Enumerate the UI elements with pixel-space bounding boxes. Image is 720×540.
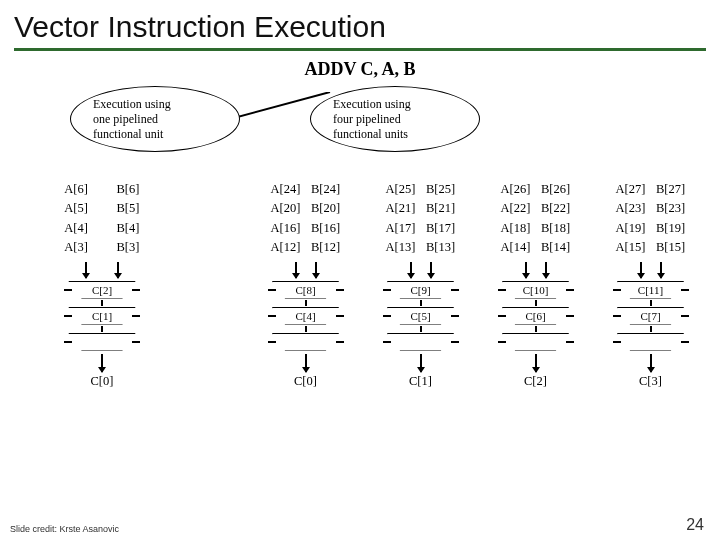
operand-row: A[17]B[17]: [384, 219, 458, 238]
operand-a: A[17]: [384, 219, 418, 238]
quad-lanes: A[24]B[24]A[20]B[20]A[16]B[16]A[12]B[12]…: [248, 180, 708, 389]
pipe-stage: [68, 333, 136, 351]
pipe-stage: C[10]: [502, 281, 570, 299]
operand-row: A[22]B[22]: [499, 199, 573, 218]
operand-b: B[15]: [654, 238, 688, 257]
operand-b: B[19]: [654, 219, 688, 238]
quad-lane: A[24]B[24]A[20]B[20]A[16]B[16]A[12]B[12]…: [256, 180, 356, 389]
operand-b: B[16]: [309, 219, 343, 238]
operand-row: A[4]B[4]: [57, 219, 147, 238]
operand-a: A[3]: [57, 238, 95, 257]
arrow-down-icon: [295, 262, 297, 278]
operand-b: B[22]: [539, 199, 573, 218]
pipe-stage: [617, 333, 685, 351]
operand-a: A[13]: [384, 238, 418, 257]
operand-a: A[18]: [499, 219, 533, 238]
instruction-label: ADDV C, A, B: [0, 59, 720, 80]
operand-b: B[21]: [424, 199, 458, 218]
operand-row: A[18]B[18]: [499, 219, 573, 238]
operand-row: A[24]B[24]: [269, 180, 343, 199]
bubbles-row: Execution using one pipelined functional…: [0, 86, 720, 166]
operand-b: B[26]: [539, 180, 573, 199]
operand-row: A[19]B[19]: [614, 219, 688, 238]
arrow-down-icon: [650, 354, 652, 372]
arrow-down-icon: [545, 262, 547, 278]
pipe-stage: C[1]: [68, 307, 136, 325]
operand-a: A[24]: [269, 180, 303, 199]
arrow-down-icon: [535, 354, 537, 372]
operand-a: A[16]: [269, 219, 303, 238]
output-label: C[3]: [639, 374, 662, 389]
operand-row: A[25]B[25]: [384, 180, 458, 199]
arrows-down: [410, 262, 432, 278]
operand-a: A[21]: [384, 199, 418, 218]
output-label: C[1]: [409, 374, 432, 389]
operand-row: A[15]B[15]: [614, 238, 688, 257]
operand-b: B[25]: [424, 180, 458, 199]
quad-lane: A[27]B[27]A[23]B[23]A[19]B[19]A[15]B[15]…: [601, 180, 701, 389]
operand-row: A[3]B[3]: [57, 238, 147, 257]
arrow-down-icon: [660, 262, 662, 278]
operand-row: A[16]B[16]: [269, 219, 343, 238]
arrow-down-icon: [305, 354, 307, 372]
operand-row: A[26]B[26]: [499, 180, 573, 199]
operand-b: B[3]: [109, 238, 147, 257]
arrow-down-icon: [315, 262, 317, 278]
output-label: C[0]: [91, 374, 114, 389]
operand-b: B[12]: [309, 238, 343, 257]
operand-b: B[13]: [424, 238, 458, 257]
pipe-stage: C[9]: [387, 281, 455, 299]
slide-title: Vector Instruction Execution: [0, 0, 720, 48]
operand-b: B[4]: [109, 219, 147, 238]
functional-unit: C[8]C[4]: [271, 280, 341, 352]
operand-row: A[21]B[21]: [384, 199, 458, 218]
pipe-stage: C[2]: [68, 281, 136, 299]
operand-b: B[6]: [109, 180, 147, 199]
operand-row: A[14]B[14]: [499, 238, 573, 257]
operand-a: A[27]: [614, 180, 648, 199]
output-label: C[2]: [524, 374, 547, 389]
operand-b: B[5]: [109, 199, 147, 218]
bubble-quad-units: Execution using four pipelined functiona…: [310, 86, 480, 152]
arrows-down: [640, 262, 662, 278]
arrows-down: [85, 262, 119, 278]
functional-unit: C[11]C[7]: [616, 280, 686, 352]
pipe-stage: C[6]: [502, 307, 570, 325]
operand-a: A[25]: [384, 180, 418, 199]
quad-lane: A[25]B[25]A[21]B[21]A[17]B[17]A[13]B[13]…: [371, 180, 471, 389]
title-underline: [14, 48, 706, 51]
operand-a: A[14]: [499, 238, 533, 257]
operand-a: A[15]: [614, 238, 648, 257]
arrow-down-icon: [85, 262, 87, 278]
arrow-down-icon: [117, 262, 119, 278]
operand-a: A[6]: [57, 180, 95, 199]
diagram-columns: A[6]B[6] A[5]B[5] A[4]B[4] A[3]B[3] C[2]…: [0, 180, 720, 389]
pipe-stage: [387, 333, 455, 351]
operand-a: A[5]: [57, 199, 95, 218]
pipe-stage: C[11]: [617, 281, 685, 299]
functional-unit: C[2] C[1]: [67, 280, 137, 352]
slide-credit: Slide credit: Krste Asanovic: [10, 524, 119, 534]
operand-b: B[20]: [309, 199, 343, 218]
operand-b: B[18]: [539, 219, 573, 238]
operand-b: B[17]: [424, 219, 458, 238]
functional-unit: C[9]C[5]: [386, 280, 456, 352]
pipe-stage: C[4]: [272, 307, 340, 325]
page-number: 24: [686, 516, 704, 534]
operand-b: B[14]: [539, 238, 573, 257]
operand-row: A[5]B[5]: [57, 199, 147, 218]
single-lane: A[6]B[6] A[5]B[5] A[4]B[4] A[3]B[3] C[2]…: [12, 180, 192, 389]
operand-b: B[24]: [309, 180, 343, 199]
bubble-single-unit: Execution using one pipelined functional…: [70, 86, 240, 152]
operand-b: B[23]: [654, 199, 688, 218]
pipe-stage: [272, 333, 340, 351]
operand-a: A[4]: [57, 219, 95, 238]
pipe-stage: [502, 333, 570, 351]
functional-unit: C[10]C[6]: [501, 280, 571, 352]
pipe-stage: C[5]: [387, 307, 455, 325]
operand-row: A[20]B[20]: [269, 199, 343, 218]
arrow-down-icon: [101, 354, 103, 372]
operand-a: A[26]: [499, 180, 533, 199]
arrow-down-icon: [430, 262, 432, 278]
operand-a: A[22]: [499, 199, 533, 218]
